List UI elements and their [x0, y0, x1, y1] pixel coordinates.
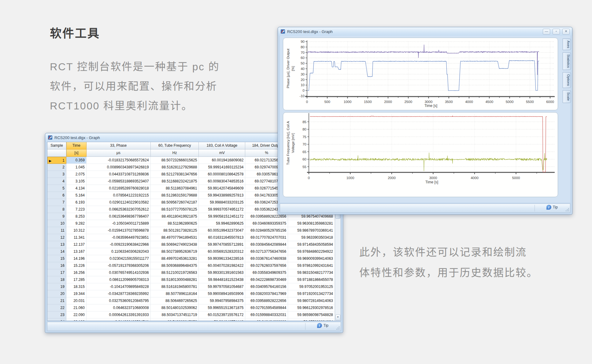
svg-text:4500: 4500 — [485, 100, 493, 104]
table-cell: 69.03558349609375 — [245, 269, 288, 276]
tab-axes[interactable]: Axes — [563, 39, 571, 50]
svg-text:80: 80 — [301, 45, 305, 49]
tip-label: Tip — [553, 205, 558, 209]
status-separator — [535, 205, 535, 211]
table-cell: 0.0646323710680008 — [87, 304, 151, 311]
column-header[interactable]: Sample — [47, 142, 66, 149]
svg-text:1000: 1000 — [346, 176, 354, 180]
table-row[interactable]: 1211.341-0.063596449792385188.4970779418… — [47, 234, 335, 241]
column-header[interactable]: 183, Coil A Voltage — [199, 142, 245, 149]
table-cell: 22.090 — [66, 311, 87, 318]
graph-window-titlebar[interactable]: RCS200 test.dlgx - Graph — ▫ ✕ — [278, 27, 572, 36]
table-cell: 5 — [47, 185, 66, 192]
svg-text:Tube Frequency [Hz], Coil A: Tube Frequency [Hz], Coil A — [286, 121, 290, 165]
table-cell: 60.005691528320312 — [199, 248, 245, 255]
table-cell: 88.540889845859 — [151, 318, 199, 321]
svg-text:3000: 3000 — [425, 100, 433, 104]
top-chart-panel: 9080706050403020100-10050010001500200025… — [283, 38, 558, 110]
table-row[interactable]: 2120.0310.03275360912084579588.506469726… — [47, 297, 335, 304]
column-header[interactable]: 60, Tube Frequency — [151, 142, 199, 149]
table-row[interactable]: 2221.0600.064632371068000888.50148010253… — [47, 304, 335, 311]
tip-info-icon[interactable]: i — [546, 205, 551, 210]
table-cell: 14 — [47, 248, 66, 255]
table-row[interactable]: 1817.2850.08611209690570831388.518013000… — [47, 276, 335, 283]
svg-text:80: 80 — [302, 127, 306, 131]
svg-text:4000: 4000 — [471, 176, 479, 180]
column-unit[interactable] — [47, 149, 66, 157]
table-cell: 88.521278381347656 — [151, 171, 199, 178]
tab-options[interactable]: Options — [563, 72, 571, 88]
table-cell: 60.009830474853516 — [199, 178, 245, 185]
table-cell: -0.10414709895849228 — [87, 283, 151, 290]
table-cell: 88.509368896484375 — [151, 262, 199, 269]
table-cell: 11.341 — [66, 234, 87, 241]
table-cell: 69.015998840332031 — [245, 311, 288, 318]
table-row[interactable]: 1716.2560.03076574951410293688.512100219… — [47, 269, 335, 276]
table-cell: 13.167 — [66, 248, 87, 255]
svg-text:60: 60 — [302, 157, 306, 161]
table-cell: -0.059853188693523407 — [87, 178, 151, 185]
svg-text:1500: 1500 — [364, 100, 372, 104]
table-row[interactable]: 1312.137-0.0092319063842296688.506942749… — [47, 241, 335, 248]
table-cell: -0.018321750685572624 — [87, 157, 151, 164]
table-row[interactable]: 2019.344-0.03428772836923599288.50778961… — [47, 290, 335, 297]
table-row[interactable]: 1514.1960.02304215915501117788.499702453… — [47, 255, 335, 262]
column-unit[interactable]: Hz — [151, 149, 199, 157]
table-cell: 60.004070281982422 — [199, 262, 245, 269]
table-cell: 7 — [47, 199, 66, 206]
svg-text:40: 40 — [301, 67, 305, 71]
table-row[interactable]: 2423.1200.01422848953474188.540889845859… — [47, 318, 335, 321]
svg-text:90: 90 — [301, 40, 305, 43]
table-row[interactable]: 1413.1670.1106334030628204388.5027389526… — [47, 248, 335, 255]
tab-statistics[interactable]: Statistics — [563, 52, 571, 70]
table-cell: 16 — [47, 262, 66, 269]
table-cell: 88.516281127929688 — [151, 164, 199, 171]
column-unit[interactable]: [s] — [66, 149, 87, 157]
resize-grip[interactable] — [565, 208, 569, 211]
maximize-button[interactable]: ▫ — [553, 29, 560, 35]
resize-grip[interactable] — [336, 326, 340, 330]
table-cell: 59.999141693115234 — [199, 164, 245, 171]
column-header[interactable]: Time — [66, 142, 87, 149]
phase-driver-chart[interactable]: 9080706050403020100-10050010001500200025… — [283, 38, 558, 110]
table-cell: 88.5064697265625 — [151, 297, 199, 304]
minimize-button[interactable]: — — [543, 29, 550, 35]
table-cell: -0.00923190638422966 — [87, 241, 151, 248]
table-cell: 0.032753609120845795 — [87, 297, 151, 304]
table-cell: 88.511962890625 — [151, 220, 199, 227]
table-row[interactable]: 1110.312-0.01594137027859687888.50128173… — [47, 227, 335, 234]
table-cell: 23 — [47, 311, 66, 318]
table-row[interactable]: 2322.0900.00064261339139193388.503471374… — [47, 311, 335, 318]
table-row[interactable]: 1615.226-0.05719137936830520688.50936889… — [47, 262, 335, 269]
table-cell: 2 — [47, 164, 66, 171]
svg-text:85: 85 — [302, 120, 306, 124]
table-row[interactable]: 1918.315-0.1041470989584922888.516181945… — [47, 283, 335, 290]
table-row[interactable]: 109.282-0.105034001171588988.51196289062… — [47, 220, 335, 227]
table-cell: 59.986789703369141 — [288, 227, 335, 234]
app-icon — [48, 135, 53, 140]
close-button[interactable]: ✕ — [562, 29, 570, 35]
table-cell: 59.999370574951172 — [199, 206, 245, 213]
column-unit[interactable]: mV — [199, 149, 245, 157]
table-cell: 88.5077896118164 — [151, 290, 199, 297]
tip-info-icon[interactable]: i — [317, 323, 322, 328]
table-cell: 5.164 — [66, 192, 87, 199]
svg-text:Time [s]: Time [s] — [424, 104, 437, 108]
graph-window: RCS200 test.dlgx - Graph — ▫ ✕ 908070605… — [278, 27, 572, 215]
svg-text:50: 50 — [301, 61, 305, 65]
frequency-voltage-chart[interactable]: 85807570656055010002000300040005000Time … — [283, 112, 558, 197]
scroll-down-button[interactable]: ▼ — [335, 314, 340, 320]
column-unit[interactable]: µs — [87, 149, 151, 157]
tab-scale[interactable]: Scale — [563, 90, 571, 103]
table-cell: 13 — [47, 241, 66, 248]
svg-text:-10: -10 — [299, 94, 305, 98]
table-cell: 69.039588928222656 — [245, 297, 288, 304]
column-header[interactable]: 33, Phase — [87, 142, 151, 149]
outro-paragraph: 此外，该软件还可以记录和绘制流 体特性和参数，用于历史数据比较。 — [359, 242, 538, 283]
table-cell: 88.510772705078125 — [151, 206, 199, 213]
table-cell: 0.021695289760828018 — [87, 185, 151, 192]
table-cell: 59.975888884884 — [288, 318, 335, 321]
side-tab-strip: Axes Statistics Options Scale — [563, 39, 571, 103]
table-cell: 69.027915954589844 — [245, 304, 288, 311]
table-cell: 14.196 — [66, 255, 87, 262]
